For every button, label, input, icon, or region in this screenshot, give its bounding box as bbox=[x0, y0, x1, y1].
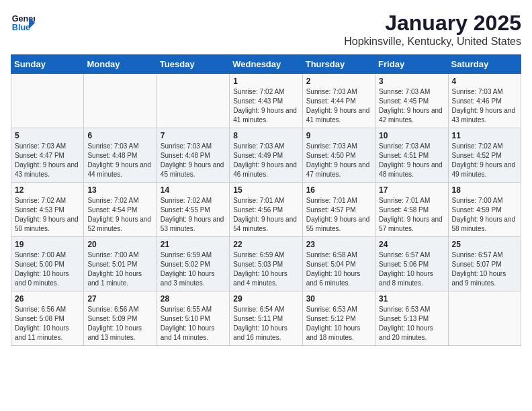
calendar-cell: 15Sunrise: 7:01 AM Sunset: 4:56 PM Dayli… bbox=[230, 183, 302, 237]
col-friday: Friday bbox=[375, 55, 448, 74]
calendar-cell: 18Sunrise: 7:00 AM Sunset: 4:59 PM Dayli… bbox=[448, 183, 521, 237]
week-row-4: 19Sunrise: 7:00 AM Sunset: 5:00 PM Dayli… bbox=[11, 237, 521, 291]
day-info: Sunrise: 6:59 AM Sunset: 5:03 PM Dayligh… bbox=[233, 250, 298, 288]
calendar-cell: 4Sunrise: 7:03 AM Sunset: 4:46 PM Daylig… bbox=[448, 74, 521, 128]
day-number: 1 bbox=[233, 77, 298, 86]
day-info: Sunrise: 6:59 AM Sunset: 5:02 PM Dayligh… bbox=[161, 250, 226, 288]
calendar-cell bbox=[157, 74, 229, 128]
calendar-table: Sunday Monday Tuesday Wednesday Thursday… bbox=[11, 54, 521, 346]
day-number: 31 bbox=[379, 294, 444, 304]
calendar-cell: 31Sunrise: 6:53 AM Sunset: 5:13 PM Dayli… bbox=[375, 291, 448, 346]
col-monday: Monday bbox=[84, 55, 157, 74]
day-info: Sunrise: 6:53 AM Sunset: 5:13 PM Dayligh… bbox=[379, 305, 444, 342]
day-info: Sunrise: 6:56 AM Sunset: 5:08 PM Dayligh… bbox=[15, 305, 80, 342]
day-number: 19 bbox=[15, 240, 80, 249]
week-row-1: 1Sunrise: 7:02 AM Sunset: 4:43 PM Daylig… bbox=[11, 74, 521, 128]
day-number: 7 bbox=[161, 131, 226, 140]
day-number: 14 bbox=[161, 185, 226, 195]
day-info: Sunrise: 7:03 AM Sunset: 4:48 PM Dayligh… bbox=[87, 142, 152, 179]
logo: General Blue bbox=[11, 11, 35, 35]
day-number: 5 bbox=[15, 131, 80, 140]
calendar-cell: 11Sunrise: 7:02 AM Sunset: 4:52 PM Dayli… bbox=[448, 128, 521, 183]
svg-text:Blue: Blue bbox=[12, 23, 30, 32]
day-info: Sunrise: 6:53 AM Sunset: 5:12 PM Dayligh… bbox=[306, 305, 371, 342]
week-row-3: 12Sunrise: 7:02 AM Sunset: 4:53 PM Dayli… bbox=[11, 183, 521, 237]
calendar-cell: 26Sunrise: 6:56 AM Sunset: 5:08 PM Dayli… bbox=[11, 291, 84, 346]
calendar-cell bbox=[84, 74, 157, 128]
day-number: 29 bbox=[233, 294, 298, 304]
day-number: 12 bbox=[15, 185, 80, 195]
day-number: 9 bbox=[306, 131, 371, 140]
day-info: Sunrise: 7:03 AM Sunset: 4:47 PM Dayligh… bbox=[15, 142, 80, 179]
day-info: Sunrise: 7:03 AM Sunset: 4:48 PM Dayligh… bbox=[161, 142, 226, 179]
day-number: 15 bbox=[233, 185, 298, 195]
week-row-2: 5Sunrise: 7:03 AM Sunset: 4:47 PM Daylig… bbox=[11, 128, 521, 183]
day-number: 2 bbox=[306, 77, 371, 86]
day-number: 16 bbox=[306, 185, 371, 195]
calendar-cell: 17Sunrise: 7:01 AM Sunset: 4:58 PM Dayli… bbox=[375, 183, 448, 237]
day-number: 26 bbox=[15, 294, 80, 304]
calendar-cell: 20Sunrise: 7:00 AM Sunset: 5:01 PM Dayli… bbox=[84, 237, 157, 291]
day-number: 10 bbox=[379, 131, 444, 140]
calendar-cell: 27Sunrise: 6:56 AM Sunset: 5:09 PM Dayli… bbox=[84, 291, 157, 346]
day-info: Sunrise: 7:03 AM Sunset: 4:49 PM Dayligh… bbox=[233, 142, 298, 179]
calendar-cell: 23Sunrise: 6:58 AM Sunset: 5:04 PM Dayli… bbox=[302, 237, 375, 291]
day-number: 3 bbox=[379, 77, 444, 86]
day-info: Sunrise: 7:00 AM Sunset: 5:01 PM Dayligh… bbox=[87, 250, 152, 288]
day-info: Sunrise: 7:03 AM Sunset: 4:50 PM Dayligh… bbox=[306, 142, 371, 179]
day-info: Sunrise: 6:56 AM Sunset: 5:09 PM Dayligh… bbox=[87, 305, 152, 342]
day-number: 13 bbox=[87, 185, 152, 195]
calendar-cell: 13Sunrise: 7:02 AM Sunset: 4:54 PM Dayli… bbox=[84, 183, 157, 237]
day-info: Sunrise: 6:55 AM Sunset: 5:10 PM Dayligh… bbox=[161, 305, 226, 342]
calendar-cell: 24Sunrise: 6:57 AM Sunset: 5:06 PM Dayli… bbox=[375, 237, 448, 291]
calendar-cell: 1Sunrise: 7:02 AM Sunset: 4:43 PM Daylig… bbox=[230, 74, 302, 128]
day-number: 17 bbox=[379, 185, 444, 195]
title-area: January 2025 Hopkinsville, Kentucky, Uni… bbox=[344, 11, 521, 48]
day-info: Sunrise: 7:03 AM Sunset: 4:51 PM Dayligh… bbox=[379, 142, 444, 179]
calendar-cell bbox=[11, 74, 84, 128]
calendar-cell: 8Sunrise: 7:03 AM Sunset: 4:49 PM Daylig… bbox=[230, 128, 302, 183]
calendar-cell: 7Sunrise: 7:03 AM Sunset: 4:48 PM Daylig… bbox=[157, 128, 229, 183]
col-saturday: Saturday bbox=[448, 55, 521, 74]
day-info: Sunrise: 7:02 AM Sunset: 4:53 PM Dayligh… bbox=[15, 196, 80, 234]
calendar-cell: 14Sunrise: 7:02 AM Sunset: 4:55 PM Dayli… bbox=[157, 183, 229, 237]
day-number: 11 bbox=[452, 131, 517, 140]
calendar-cell: 28Sunrise: 6:55 AM Sunset: 5:10 PM Dayli… bbox=[157, 291, 229, 346]
col-thursday: Thursday bbox=[302, 55, 375, 74]
calendar-body: 1Sunrise: 7:02 AM Sunset: 4:43 PM Daylig… bbox=[11, 74, 521, 346]
calendar-cell: 21Sunrise: 6:59 AM Sunset: 5:02 PM Dayli… bbox=[157, 237, 229, 291]
day-info: Sunrise: 7:02 AM Sunset: 4:55 PM Dayligh… bbox=[161, 196, 226, 234]
col-wednesday: Wednesday bbox=[230, 55, 302, 74]
day-info: Sunrise: 6:54 AM Sunset: 5:11 PM Dayligh… bbox=[233, 305, 298, 342]
day-number: 8 bbox=[233, 131, 298, 140]
day-info: Sunrise: 7:02 AM Sunset: 4:54 PM Dayligh… bbox=[87, 196, 152, 234]
page-header: General Blue January 2025 Hopkinsville, … bbox=[11, 11, 521, 48]
day-info: Sunrise: 7:01 AM Sunset: 4:58 PM Dayligh… bbox=[379, 196, 444, 234]
calendar-subtitle: Hopkinsville, Kentucky, United States bbox=[344, 36, 521, 48]
calendar-cell: 16Sunrise: 7:01 AM Sunset: 4:57 PM Dayli… bbox=[302, 183, 375, 237]
calendar-title: January 2025 bbox=[344, 11, 521, 36]
day-info: Sunrise: 6:58 AM Sunset: 5:04 PM Dayligh… bbox=[306, 250, 371, 288]
day-info: Sunrise: 7:00 AM Sunset: 5:00 PM Dayligh… bbox=[15, 250, 80, 288]
day-number: 6 bbox=[87, 131, 152, 140]
day-info: Sunrise: 6:57 AM Sunset: 5:06 PM Dayligh… bbox=[379, 250, 444, 288]
calendar-cell: 6Sunrise: 7:03 AM Sunset: 4:48 PM Daylig… bbox=[84, 128, 157, 183]
day-info: Sunrise: 7:01 AM Sunset: 4:56 PM Dayligh… bbox=[233, 196, 298, 234]
calendar-cell: 2Sunrise: 7:03 AM Sunset: 4:44 PM Daylig… bbox=[302, 74, 375, 128]
day-info: Sunrise: 6:57 AM Sunset: 5:07 PM Dayligh… bbox=[452, 250, 517, 288]
day-number: 22 bbox=[233, 240, 298, 249]
calendar-cell: 22Sunrise: 6:59 AM Sunset: 5:03 PM Dayli… bbox=[230, 237, 302, 291]
calendar-cell: 3Sunrise: 7:03 AM Sunset: 4:45 PM Daylig… bbox=[375, 74, 448, 128]
day-info: Sunrise: 7:00 AM Sunset: 4:59 PM Dayligh… bbox=[452, 196, 517, 234]
day-number: 21 bbox=[161, 240, 226, 249]
calendar-cell: 12Sunrise: 7:02 AM Sunset: 4:53 PM Dayli… bbox=[11, 183, 84, 237]
day-info: Sunrise: 7:02 AM Sunset: 4:52 PM Dayligh… bbox=[452, 142, 517, 179]
day-info: Sunrise: 7:03 AM Sunset: 4:44 PM Dayligh… bbox=[306, 87, 371, 125]
calendar-cell: 25Sunrise: 6:57 AM Sunset: 5:07 PM Dayli… bbox=[448, 237, 521, 291]
day-info: Sunrise: 7:03 AM Sunset: 4:45 PM Dayligh… bbox=[379, 87, 444, 125]
week-row-5: 26Sunrise: 6:56 AM Sunset: 5:08 PM Dayli… bbox=[11, 291, 521, 346]
day-number: 23 bbox=[306, 240, 371, 249]
logo-icon: General Blue bbox=[11, 11, 35, 35]
calendar-cell: 19Sunrise: 7:00 AM Sunset: 5:00 PM Dayli… bbox=[11, 237, 84, 291]
day-number: 25 bbox=[452, 240, 517, 249]
